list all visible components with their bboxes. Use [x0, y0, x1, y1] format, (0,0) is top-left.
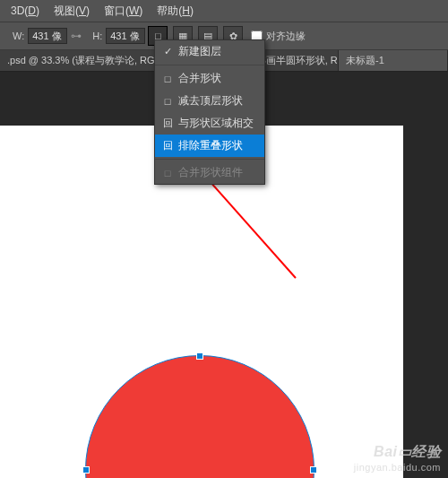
separator	[155, 65, 264, 65]
menu-help[interactable]: 帮助(H)	[150, 4, 201, 19]
height-input[interactable]	[106, 28, 145, 44]
anchor-top[interactable]	[196, 352, 203, 360]
tab-document-3[interactable]: 未标题-1	[339, 50, 448, 71]
tab-document-1[interactable]: .psd @ 33.3% (课程与教学论, RGB/8)×	[0, 50, 172, 71]
dropdown-combine[interactable]: □ 合并形状	[155, 67, 264, 90]
exclude-icon: 回	[160, 139, 175, 152]
menu-view[interactable]: 视图(V)	[47, 4, 97, 19]
dropdown-subtract[interactable]: □ 减去顶层形状	[155, 90, 264, 112]
merge-icon: □	[160, 168, 175, 178]
combine-icon: □	[160, 74, 175, 84]
height-label: H:	[92, 30, 102, 41]
ellipse-shape[interactable]	[85, 355, 314, 478]
menu-3d[interactable]: 3D(D)	[4, 4, 47, 17]
subtract-icon: □	[160, 96, 175, 107]
dropdown-intersect[interactable]: 回 与形状区域相交	[155, 112, 264, 135]
dropdown-merge-components: □ 合并形状组件	[155, 161, 264, 184]
intersect-icon: 回	[160, 117, 175, 130]
menubar: 3D(D) 视图(V) 窗口(W) 帮助(H)	[0, 0, 448, 22]
width-label: W:	[13, 30, 24, 41]
width-input[interactable]	[28, 28, 67, 44]
anchor-left[interactable]	[82, 466, 90, 474]
separator	[155, 159, 264, 160]
dropdown-exclude[interactable]: 回 排除重叠形状	[155, 135, 264, 157]
link-icon[interactable]: ⊶	[71, 30, 82, 42]
check-icon: ✓	[160, 46, 175, 57]
menu-window[interactable]: 窗口(W)	[97, 4, 150, 19]
path-operations-dropdown: ✓ 新建图层 □ 合并形状 □ 减去顶层形状 回 与形状区域相交 回 排除重叠形…	[154, 39, 265, 185]
watermark: Bai▭经验 jingyan.baidu.com	[354, 443, 441, 473]
dropdown-new-layer[interactable]: ✓ 新建图层	[155, 40, 264, 63]
anchor-right[interactable]	[310, 466, 317, 474]
